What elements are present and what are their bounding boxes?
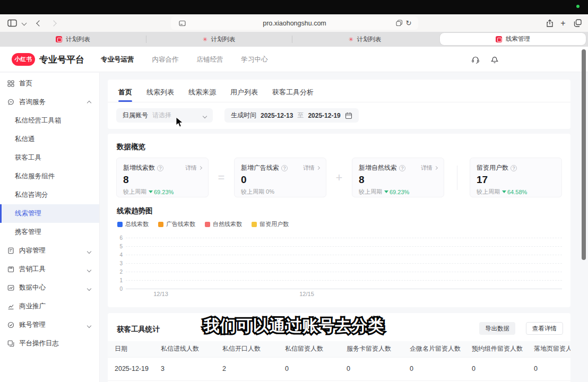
legend-swatch — [117, 222, 123, 227]
overview-trend-card: 数据概览 新增线索数 ? 详情 8 较上周期 69.23% = 新增广告线索 — [108, 134, 570, 307]
recording-indicator-dot — [576, 5, 580, 8]
detail-link[interactable]: 详情 — [303, 164, 319, 172]
sidebar-item-dm-toolbox[interactable]: 私信经营工具箱 — [0, 111, 99, 130]
tool-stats-table: 日期 私信进线人数 私信开口人数 私信留资人数 服务卡留资人数 企微名片留资人数… — [108, 341, 570, 382]
url-text: pro.xiaohongshu.com — [263, 20, 326, 27]
help-icon[interactable]: ? — [281, 165, 288, 171]
platform-log-icon — [7, 340, 14, 348]
legend-item-ad[interactable]: 广告线索数 — [158, 220, 195, 228]
legend-item-retained[interactable]: 留资用户数 — [252, 220, 289, 228]
table-header-row: 日期 私信进线人数 私信开口人数 私信留资人数 服务卡留资人数 企微名片留资人数… — [108, 341, 570, 357]
copy-tabs-icon[interactable] — [395, 14, 403, 32]
sidebar-item-marketing[interactable]: 营销工具 — [0, 260, 99, 279]
tab-lead-source[interactable]: 线索来源 — [188, 88, 216, 102]
overview-title: 数据概览 — [117, 142, 145, 152]
sidebar-item-label: 内容管理 — [19, 246, 46, 255]
sidebar-item-label: 平台操作日志 — [19, 339, 59, 348]
col-header: 日期 — [108, 341, 161, 357]
cell-value: 3 — [161, 357, 222, 380]
chevron-down-icon[interactable] — [20, 14, 28, 32]
tab-user-list[interactable]: 用户列表 — [230, 88, 258, 102]
xhs-favicon-icon — [496, 36, 502, 42]
content-doc-icon — [7, 247, 14, 255]
sidebar-item-label: 数据中心 — [19, 283, 46, 292]
detail-link[interactable]: 详情 — [421, 164, 437, 172]
browser-tab-label: 计划列表 — [211, 36, 236, 44]
stat-card-organic-leads: 新增自然线索 ? 详情 8 较上周期 69.23% — [352, 158, 444, 197]
sidebar-item-label: 私信经营工具箱 — [15, 116, 62, 125]
screen: pro.xiaohongshu.com ↻ + 计划列表 ✳ 计划列表 ✳ 计划… — [0, 0, 588, 382]
tab-tool-analysis[interactable]: 获客工具分析 — [272, 88, 314, 102]
date-range-picker[interactable]: 生成时间 2025-12-13 至 2025-12-19 — [224, 108, 359, 123]
reader-icon[interactable] — [177, 14, 187, 32]
vertical-divider — [446, 166, 468, 190]
header-icons — [471, 47, 499, 72]
sidebar-item-dm-score[interactable]: 私信咨询分 — [0, 186, 99, 204]
share-icon[interactable] — [544, 14, 555, 32]
chevron-down-icon — [88, 284, 91, 292]
forward-icon[interactable] — [49, 14, 58, 32]
tab-overview-icon[interactable] — [572, 14, 583, 32]
sidebar-item-home[interactable]: 首页 — [0, 74, 99, 93]
stat-card-new-leads: 新增线索数 ? 详情 8 较上周期 69.23% — [116, 158, 209, 197]
legend-item-organic[interactable]: 自然线索数 — [205, 220, 242, 228]
url-bar[interactable]: pro.xiaohongshu.com — [171, 16, 418, 30]
help-icon[interactable]: ? — [399, 165, 405, 171]
stat-card-retained-users: 留资用户数 ? 17 较上周期 64.58% — [470, 158, 562, 197]
browser-tab-plan-3[interactable]: ✳ 计划列表 — [292, 32, 438, 47]
chevron-down-icon — [203, 112, 206, 119]
down-triangle-icon — [149, 190, 153, 193]
browser-tab-plan-1[interactable]: 计划列表 — [0, 32, 146, 47]
sidebar-item-platform-log[interactable]: 平台操作日志 — [0, 334, 99, 353]
detail-link[interactable]: 详情 — [185, 164, 202, 172]
sidebar-item-content[interactable]: 内容管理 — [0, 241, 99, 260]
xhs-favicon-icon — [56, 36, 62, 42]
sidebar-item-promotion[interactable]: 商业推广 — [0, 297, 99, 316]
browser-tab-leads-active[interactable]: 线索管理 — [440, 33, 586, 45]
sidebar-item-consult[interactable]: 咨询服务 — [0, 93, 99, 111]
date-range-to: 至 — [297, 111, 304, 120]
chart-legend: 总线索数 广告线索数 自然线索数 留资用户数 — [117, 220, 289, 228]
support-headset-icon[interactable] — [471, 56, 480, 64]
new-tab-icon[interactable]: + — [558, 14, 568, 32]
nav-item-shop[interactable]: 店铺经营 — [197, 55, 223, 64]
chevron-right-icon — [316, 166, 320, 170]
col-header: 服务卡留资人数 — [347, 341, 410, 357]
nav-item-learning[interactable]: 学习中心 — [241, 55, 268, 64]
account-select[interactable]: 归属账号 请选择 — [116, 108, 213, 123]
tab-home[interactable]: 首页 — [118, 88, 132, 102]
back-icon[interactable] — [35, 14, 44, 32]
down-triangle-icon — [502, 190, 506, 193]
mouse-cursor — [176, 117, 184, 130]
browser-tab-plan-2[interactable]: ✳ 计划列表 — [146, 32, 292, 47]
sidebar-item-data-center[interactable]: 数据中心 — [0, 279, 99, 297]
nav-item-operation[interactable]: 专业号运营 — [101, 55, 134, 64]
sidebar-item-lead-tools[interactable]: 获客工具 — [0, 149, 99, 167]
chevron-right-icon — [198, 166, 202, 170]
compare-label: 较上周期 — [359, 188, 382, 196]
stat-cards-row: 新增线索数 ? 详情 8 较上周期 69.23% = 新增广告线索 ? 详情 — [116, 158, 562, 197]
reload-icon[interactable]: ↻ — [404, 14, 413, 32]
col-header: 私信留资人数 — [285, 341, 347, 357]
xiaohongshu-logo[interactable]: 小红书 — [12, 53, 35, 66]
sidebar-item-dm-pass[interactable]: 私信通 — [0, 130, 99, 149]
header-nav: 专业号运营 内容合作 店铺经营 学习中心 — [101, 47, 268, 72]
vertical-scrollbar[interactable] — [582, 49, 586, 260]
sidebar-item-lead-management-active[interactable]: 线索管理 — [0, 204, 99, 223]
sidebar-panel-icon[interactable] — [6, 14, 18, 32]
nav-item-content-coop[interactable]: 内容合作 — [152, 55, 179, 64]
legend-item-total[interactable]: 总线索数 — [117, 220, 149, 228]
sidebar-item-dm-components[interactable]: 私信服务组件 — [0, 167, 99, 186]
date-range-label: 生成时间 — [231, 111, 256, 120]
sidebar-item-visitor-management[interactable]: 携客管理 — [0, 223, 99, 241]
sidebar-item-label: 商业推广 — [19, 302, 46, 311]
y-tick: 0 — [111, 286, 123, 292]
help-icon[interactable]: ? — [511, 165, 517, 171]
col-header: 落地页留资人数 — [534, 341, 570, 357]
table-row[interactable]: 2025-12-19 3 2 0 0 0 0 0 — [108, 357, 570, 380]
notification-bell-icon[interactable] — [490, 55, 499, 64]
equals-operator: = — [210, 171, 232, 185]
tab-lead-list[interactable]: 线索列表 — [146, 88, 174, 102]
legend-swatch — [252, 222, 257, 227]
help-icon[interactable]: ? — [157, 165, 163, 171]
